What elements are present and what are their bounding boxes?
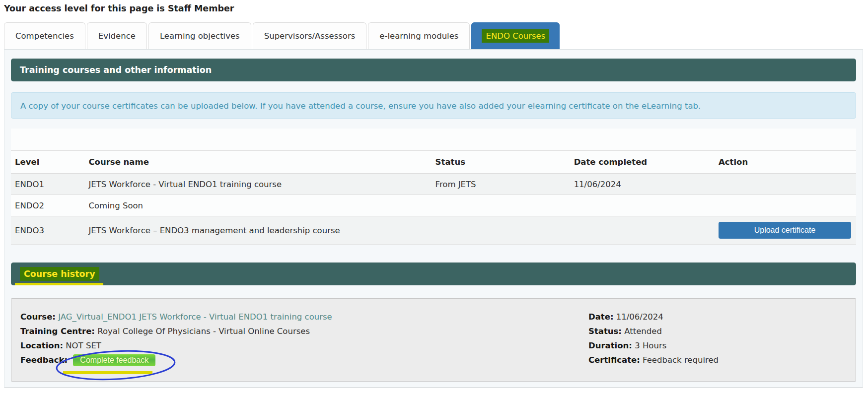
feedback-label: Feedback: xyxy=(20,355,68,365)
col-header-action: Action xyxy=(715,151,856,174)
location-value: NOT SET xyxy=(66,341,101,350)
tab-evidence[interactable]: Evidence xyxy=(87,22,147,49)
col-header-course-name: Course name xyxy=(84,151,431,174)
course-history-header-marker-highlight: Course history xyxy=(20,267,99,281)
col-header-date-completed: Date completed xyxy=(570,151,715,174)
cell-course-name: JETS Workforce - Virtual ENDO1 training … xyxy=(84,174,431,195)
content-card: Training courses and other information A… xyxy=(4,49,863,388)
table-row-endo2: ENDO2 Coming Soon xyxy=(11,195,856,216)
course-history-left-column: Course: JAG_Virtual_ENDO1 JETS Workforce… xyxy=(20,310,332,367)
cell-level: ENDO3 xyxy=(11,216,84,245)
status-value: Attended xyxy=(624,327,662,336)
col-header-level: Level xyxy=(11,151,84,174)
courses-table: Level Course name Status Date completed … xyxy=(11,150,856,245)
tab-endo-courses[interactable]: ENDO Courses xyxy=(471,22,560,49)
yellow-underline-annotation xyxy=(15,283,103,285)
training-courses-header: Training courses and other information xyxy=(11,59,856,81)
training-centre-label: Training Centre: xyxy=(20,327,95,336)
cell-level: ENDO2 xyxy=(11,195,84,216)
cell-date-completed xyxy=(570,195,715,216)
duration-label: Duration: xyxy=(588,341,632,350)
page: Your access level for this page is Staff… xyxy=(0,0,868,394)
upload-certificate-button[interactable]: Upload certificate xyxy=(719,222,851,239)
certificate-line: Certificate: Feedback required xyxy=(588,353,719,367)
yellow-underline-annotation xyxy=(63,371,152,374)
tab-competencies[interactable]: Competencies xyxy=(4,22,85,49)
cell-course-name: Coming Soon xyxy=(84,195,431,216)
duration-line: Duration: 3 Hours xyxy=(588,338,719,353)
course-history-panel: Course: JAG_Virtual_ENDO1 JETS Workforce… xyxy=(11,298,856,382)
tab-label: Evidence xyxy=(98,31,136,41)
tab-bar: Competencies Evidence Learning objective… xyxy=(4,22,560,49)
table-header-row: Level Course name Status Date completed … xyxy=(11,151,856,174)
feedback-line: Feedback: Complete feedback xyxy=(20,353,332,367)
info-banner: A copy of your course certificates can b… xyxy=(11,92,856,119)
cell-level: ENDO1 xyxy=(11,174,84,195)
location-label: Location: xyxy=(20,341,63,350)
courses-table-panel: Level Course name Status Date completed … xyxy=(11,129,856,245)
certificate-value: Feedback required xyxy=(643,355,719,365)
tab-label: Supervisors/Assessors xyxy=(264,31,356,41)
certificate-label: Certificate: xyxy=(588,355,640,365)
course-history-right-column: Date: 11/06/2024 Status: Attended Durati… xyxy=(588,310,719,367)
training-courses-header-label: Training courses and other information xyxy=(20,65,212,75)
cell-status xyxy=(432,216,570,245)
status-line: Status: Attended xyxy=(588,324,719,338)
table-row-endo3: ENDO3 JETS Workforce – ENDO3 management … xyxy=(11,216,856,245)
course-link[interactable]: JAG_Virtual_ENDO1 JETS Workforce - Virtu… xyxy=(58,312,332,322)
cell-status: From JETS xyxy=(432,174,570,195)
tab-learning-objectives[interactable]: Learning objectives xyxy=(148,22,251,49)
cell-date-completed: 11/06/2024 xyxy=(570,174,715,195)
complete-feedback-button[interactable]: Complete feedback xyxy=(73,354,155,366)
tab-label: Learning objectives xyxy=(160,31,240,41)
tab-label: Competencies xyxy=(15,31,74,41)
course-line: Course: JAG_Virtual_ENDO1 JETS Workforce… xyxy=(20,310,332,324)
access-level-text: Your access level for this page is Staff… xyxy=(4,3,234,13)
tab-label: e-learning modules xyxy=(379,31,458,41)
location-line: Location: NOT SET xyxy=(20,338,332,353)
course-history-header: Course history xyxy=(11,263,856,285)
cell-action xyxy=(715,174,856,195)
date-label: Date: xyxy=(588,312,614,322)
tab-supervisors-assessors[interactable]: Supervisors/Assessors xyxy=(253,22,367,49)
info-banner-text: A copy of your course certificates can b… xyxy=(20,101,701,111)
date-line: Date: 11/06/2024 xyxy=(588,310,719,324)
col-header-status: Status xyxy=(432,151,570,174)
cell-date-completed xyxy=(570,216,715,245)
training-centre-value: Royal College Of Physicians - Virtual On… xyxy=(97,327,310,336)
duration-value: 3 Hours xyxy=(635,341,666,350)
cell-status xyxy=(432,195,570,216)
tab-label-marker-highlight: ENDO Courses xyxy=(482,29,549,43)
training-centre-line: Training Centre: Royal College Of Physic… xyxy=(20,324,332,338)
tab-elearning-modules[interactable]: e-learning modules xyxy=(368,22,470,49)
course-label: Course: xyxy=(20,312,56,322)
table-row-endo1: ENDO1 JETS Workforce - Virtual ENDO1 tra… xyxy=(11,174,856,195)
cell-course-name: JETS Workforce – ENDO3 management and le… xyxy=(84,216,431,245)
cell-action: Upload certificate xyxy=(715,216,856,245)
date-value: 11/06/2024 xyxy=(616,312,663,322)
cell-action xyxy=(715,195,856,216)
status-label: Status: xyxy=(588,327,622,336)
